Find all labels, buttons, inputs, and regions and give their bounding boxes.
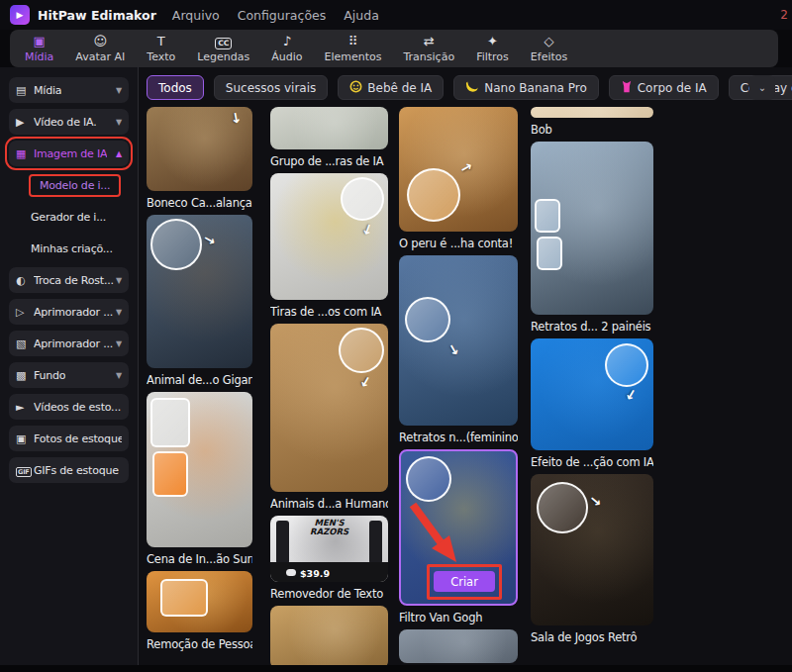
sidebar-item-label: Aprimorador ... (34, 306, 113, 319)
template-caption: O peru é ...ha conta! (399, 232, 518, 255)
tab-label: Avatar AI (75, 50, 125, 63)
sidebar-item-gifs-de-estoque[interactable]: GIFGIFs de estoque (9, 457, 129, 483)
curved-arrow-icon: → (587, 492, 605, 510)
sidebar-item-minhas-cria[interactable]: Minhas criaçõ... (9, 236, 129, 261)
sidebar-item-troca-de-rost[interactable]: ◐Troca de Rost...▼ (9, 267, 129, 293)
template-thumbnail (147, 392, 252, 547)
inset-preview (341, 177, 384, 221)
template-caption: Filtro Van Gogh (399, 606, 518, 629)
tab-texto[interactable]: TTexto (136, 30, 186, 67)
sidebar-item-v-deos-de-esto[interactable]: ►Vídeos de esto... (9, 394, 129, 420)
template-card-efeito[interactable]: →Efeito de ...ção com IA (531, 338, 653, 474)
sidebar-item-modelo-de-i[interactable]: Modelo de i... (9, 172, 129, 198)
template-caption: Tiras de ...os com IA (270, 300, 388, 324)
sidebar-item-label: Modelo de i... (31, 176, 119, 195)
template-card-retratos-2[interactable]: Retratos d... 2 painéis (531, 142, 653, 338)
grid-column: →Boneco Ca...alançante→Animal de...o Gig… (147, 107, 252, 656)
main-toolbar: ▣Mídia☺Avatar AITTextoCCLegendas♪Áudio⠿E… (10, 30, 778, 67)
chevron-down-icon[interactable]: ⌄ (749, 75, 775, 100)
template-card-sala[interactable]: →Sala de Jogos Retrô (531, 474, 653, 649)
template-thumbnail: → (270, 324, 388, 492)
template-card-animal-gigante[interactable]: →Animal de...o Gigante (147, 215, 252, 392)
stock-gifs-icon: GIF (16, 464, 31, 477)
menu-configuracoes[interactable]: Configurações (238, 8, 327, 23)
sidebar-item-fotos-de-estoque[interactable]: ▣Fotos de estoque (9, 426, 129, 451)
sidebar-item-label: Vídeo de IA. (34, 116, 96, 129)
bottom-panel-edge (0, 665, 792, 672)
template-thumbnail (531, 107, 653, 118)
sidebar-item-aprimorador[interactable]: ▧Aprimorador ...▼ (9, 331, 129, 356)
template-gallery: TodosSucessos viraisBebê de IANano Banan… (139, 67, 792, 665)
template-card-boneco[interactable]: →Boneco Ca...alançante (147, 107, 252, 215)
sidebar-item-v-deo-de-ia[interactable]: ▶Vídeo de IA.▼ (9, 109, 129, 135)
template-card-tiras[interactable]: →Tiras de ...os com IA (270, 173, 388, 324)
tab-transição[interactable]: ⇄Transição (392, 30, 465, 67)
tab-label: Legendas (197, 50, 249, 63)
template-card-grupo[interactable]: Grupo de ...ras de IA (270, 107, 388, 173)
tab-label: Transição (403, 50, 454, 63)
inset-preview (150, 219, 202, 270)
template-card-retratos-fem[interactable]: →Retratos n...(feminino) (399, 255, 518, 449)
chevron-up-icon: ▲ (114, 149, 122, 158)
filter-chip-nano-banana-pro[interactable]: Nano Banana Pro (453, 75, 598, 100)
template-card-bob[interactable]: Bob (531, 107, 653, 142)
template-card-removedor[interactable]: MEN'S RAZORS$39.9Removedor de Texto (270, 516, 388, 606)
tab-áudio[interactable]: ♪Áudio (260, 30, 313, 67)
chip-label: Sucessos virais (226, 81, 316, 95)
tab-label: Áudio (271, 50, 302, 63)
template-card-vangogh[interactable]: CriarFiltro Van Gogh (399, 449, 518, 629)
filter-chip-todos[interactable]: Todos (147, 75, 204, 100)
curved-arrow-icon: → (201, 231, 218, 248)
template-caption: Retratos d... 2 painéis (531, 315, 653, 338)
chevron-down-icon: ▼ (114, 118, 122, 127)
template-card-cena-surreal[interactable]: Cena de In...ão Surreal (147, 392, 252, 571)
tab-mídia[interactable]: ▣Mídia (14, 30, 64, 67)
menu-arquivo[interactable]: Arquivo (172, 8, 220, 23)
template-caption: Remoção de Pessoas (147, 632, 252, 656)
sidebar-item-gerador-de-i[interactable]: Gerador de i... (9, 204, 129, 230)
menu-ajuda[interactable]: Ajuda (344, 8, 379, 23)
inset-preview (535, 199, 560, 233)
image-enhancer-icon: ▧ (16, 337, 31, 350)
tab-elementos[interactable]: ⠿Elementos (313, 30, 392, 67)
stock-photos-icon: ▣ (16, 432, 31, 445)
sidebar-item-label: Minhas criaçõ... (31, 242, 113, 255)
filter-chip-beb-de-ia[interactable]: Bebê de IA (338, 75, 444, 100)
template-caption: Removedor de Texto (270, 582, 388, 606)
stock-videos-icon: ► (16, 401, 31, 414)
notification-badge: 2 (780, 8, 788, 22)
template-card-selfie[interactable] (399, 629, 518, 663)
sidebar-item-label: Fundo (34, 369, 65, 382)
tab-efeitos[interactable]: ◇Efeitos (520, 30, 578, 67)
sidebar-item-m-dia[interactable]: ▤Mídia▼ (9, 77, 129, 103)
template-card-mesa[interactable] (270, 606, 388, 665)
template-thumbnail: → (147, 107, 252, 191)
inset-preview (537, 237, 562, 270)
elements-icon: ⠿ (348, 34, 358, 49)
video-enhancer-icon: ▷ (16, 306, 31, 319)
template-thumbnail: → (531, 474, 653, 625)
tab-avatar-ai[interactable]: ☺Avatar AI (64, 30, 136, 67)
sidebar-item-imagem-de-ia[interactable]: ▦Imagem de IA▲ (9, 141, 129, 166)
media-icon: ▣ (34, 34, 46, 49)
filter-chip-sucessos-virais[interactable]: Sucessos virais (214, 75, 328, 100)
filter-chip-corpo-de-ia[interactable]: Corpo de IA (609, 75, 719, 100)
face-swap-icon: ◐ (16, 274, 31, 287)
inset-preview (406, 456, 451, 502)
template-grid: →Boneco Ca...alançante→Animal de...o Gig… (147, 107, 792, 665)
ai-video-icon: ▶ (16, 116, 31, 129)
template-card-remocao-pessoas[interactable]: Remoção de Pessoas (147, 571, 252, 656)
sidebar-item-aprimorador[interactable]: ▷Aprimorador ...▼ (9, 299, 129, 325)
curved-arrow-icon: → (446, 340, 463, 357)
template-thumbnail (270, 606, 388, 665)
tab-legendas[interactable]: CCLegendas (186, 30, 260, 67)
template-card-o-peru[interactable]: →O peru é ...ha conta! (399, 107, 518, 255)
tab-filtros[interactable]: ✦Filtros (465, 30, 520, 67)
media-folder-icon: ▤ (16, 84, 31, 97)
curved-arrow-icon: → (360, 222, 377, 238)
template-card-animais[interactable]: →Animais d...a Humanos (270, 324, 388, 516)
sidebar-item-fundo[interactable]: ▩Fundo▼ (9, 362, 129, 388)
chevron-down-icon: ▼ (114, 86, 122, 95)
inset-preview (407, 168, 460, 222)
grid-column: →O peru é ...ha conta!→Retratos n...(fem… (399, 107, 518, 665)
